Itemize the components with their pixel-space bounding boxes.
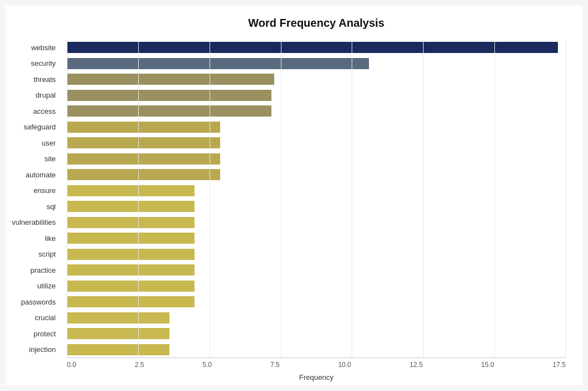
bar-row: ensure [67,183,566,199]
bar-label: automate [0,171,61,179]
bar-row: like [67,230,566,247]
bar-label: website [0,44,61,52]
bar-row: access [67,103,566,119]
bar-fill [67,296,195,307]
bar-row: passwords [67,294,566,310]
bar-track [67,74,566,85]
bar-track [67,344,566,355]
bar-fill [67,58,369,69]
bar-fill [67,74,274,85]
x-tick: 7.5 [270,361,280,369]
bar-fill [67,249,195,260]
bar-fill [67,42,558,53]
chart-title: Word Frequency Analysis [67,17,566,30]
x-tick: 12.5 [410,361,422,369]
x-tick: 17.5 [553,361,566,369]
bar-label: practice [0,266,61,274]
bar-track [67,312,566,324]
bar-track [67,137,566,148]
bar-fill [67,153,220,165]
bar-fill [67,105,271,117]
bar-label: safeguard [0,123,61,131]
bar-track [67,42,566,53]
x-axis: 0.02.55.07.510.012.515.017.5 Frequency [67,358,566,380]
bar-fill [67,217,195,228]
bar-track [67,153,566,165]
bar-track [67,58,566,69]
bar-fill [67,344,169,355]
bar-track [67,169,566,180]
bar-fill [67,233,195,244]
bar-fill [67,201,195,212]
bar-track [67,249,566,260]
bar-label: script [0,250,61,258]
bars-wrapper: websitesecuritythreatsdrupalaccesssafegu… [67,40,566,358]
bar-track [67,217,566,228]
bar-fill [67,328,169,339]
bar-label: access [0,107,61,115]
bar-label: crucial [0,313,61,322]
bar-row: injection [67,342,566,358]
bar-track [67,105,566,117]
bar-track [67,122,566,133]
bar-fill [67,281,195,292]
bar-row: site [67,151,566,167]
bar-row: crucial [67,310,566,326]
bar-track [67,328,566,339]
bar-row: drupal [67,88,566,104]
bar-label: site [0,155,61,163]
bar-track [67,233,566,244]
bar-track [67,201,566,212]
bar-label: sql [0,202,61,211]
bar-fill [67,169,220,180]
bar-label: user [0,139,61,147]
bar-row: security [67,56,566,72]
bar-row: vulnerabilities [67,215,566,231]
chart-area: websitesecuritythreatsdrupalaccesssafegu… [67,40,566,358]
bar-row: utilize [67,278,566,295]
bar-row: website [67,40,566,56]
x-tick: 15.0 [481,361,494,369]
bar-row: script [67,247,566,263]
bar-label: like [0,234,61,243]
bar-label: drupal [0,91,61,99]
bar-track [67,90,566,101]
bar-row: user [67,135,566,151]
bar-label: ensure [0,186,61,195]
bar-label: threats [0,75,61,84]
bar-row: practice [67,262,566,278]
x-tick: 2.5 [135,361,144,369]
bar-track [67,281,566,292]
bar-label: passwords [0,298,61,306]
x-tick: 0.0 [67,361,76,369]
bar-fill [67,185,195,196]
bar-row: automate [67,167,566,183]
bar-row: sql [67,199,566,215]
chart-container: Word Frequency Analysis websitesecurityt… [6,6,582,385]
bar-fill [67,312,169,324]
x-tick: 5.0 [202,361,212,369]
bar-fill [67,264,195,276]
bar-label: vulnerabilities [0,218,61,226]
bar-fill [67,137,220,148]
x-axis-label: Frequency [67,373,566,382]
bar-label: utilize [0,282,61,290]
bar-row: safeguard [67,119,566,136]
x-tick: 10.0 [338,361,351,369]
bar-track [67,296,566,307]
bar-track [67,185,566,196]
bar-label: security [0,59,61,67]
bar-label: protect [0,330,61,338]
bar-row: protect [67,326,566,342]
bar-row: threats [67,71,566,88]
bar-track [67,264,566,276]
bar-label: injection [0,345,61,354]
bar-fill [67,90,271,101]
bar-fill [67,122,220,133]
